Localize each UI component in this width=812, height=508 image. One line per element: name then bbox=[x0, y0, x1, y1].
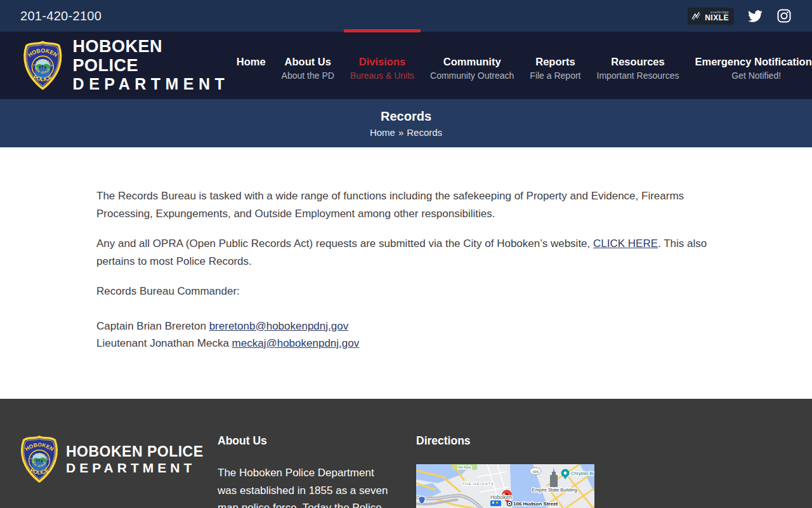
nav-sublabel: Important Resources bbox=[597, 69, 679, 82]
footer-brand[interactable]: HOBOKEN POLICE DEPARTMENT bbox=[18, 434, 218, 508]
footer-brand-line1: HOBOKEN POLICE bbox=[66, 443, 204, 460]
footer-directions-section: Directions bbox=[416, 434, 594, 508]
brand-text: HOBOKEN POLICE DEPARTMENT bbox=[73, 37, 230, 93]
nav-sublabel: Bureaus & Units bbox=[350, 69, 414, 82]
map-label-chrysler: Chrysler Buil bbox=[571, 471, 594, 476]
nav-label: Divisions bbox=[359, 55, 405, 69]
nav-label: Emergency Notifications bbox=[695, 55, 812, 69]
nav-label: Home bbox=[237, 55, 266, 69]
map-label-the-heights: THE HEIGHTS bbox=[462, 482, 494, 486]
footer-about-section: About Us The Hoboken Police Department w… bbox=[218, 434, 416, 508]
breadcrumb: Home » Records bbox=[370, 127, 442, 138]
twitter-icon[interactable] bbox=[748, 10, 763, 22]
main-content: The Records Bureau is tasked with a wide… bbox=[0, 147, 812, 399]
footer-brand-line2: DEPARTMENT bbox=[66, 460, 204, 476]
nav-sublabel: About the PD bbox=[282, 69, 334, 82]
map-route-shield: 495 bbox=[530, 468, 541, 475]
nixle-ridge-icon bbox=[691, 11, 702, 21]
nav-item-about-us[interactable]: About Us About the PD bbox=[275, 32, 341, 99]
phone-number-link[interactable]: 201-420-2100 bbox=[20, 9, 102, 23]
captain-name: Captain Brian Brereton bbox=[96, 320, 209, 332]
nav-item-resources[interactable]: Resources Important Resources bbox=[591, 32, 686, 99]
topbar-social-group: everbridge NIXLE bbox=[688, 8, 792, 25]
main-navbar: HOBOKEN POLICE DEPARTMENT Home About Us … bbox=[0, 32, 812, 99]
police-badge-icon bbox=[18, 434, 61, 484]
commander-contacts: Captain Brian Brereton breretonb@hoboken… bbox=[96, 318, 717, 352]
nixle-label: NIXLE bbox=[705, 14, 729, 22]
nav-label: Resources bbox=[611, 55, 664, 69]
nav-sublabel: File a Report bbox=[530, 69, 580, 82]
instagram-icon[interactable] bbox=[776, 8, 792, 23]
opra-text-before: Any and all OPRA (Open Public Records Ac… bbox=[96, 237, 593, 250]
address-dot-icon bbox=[507, 501, 511, 505]
map-transit-icons bbox=[490, 500, 501, 506]
breadcrumb-current: Records bbox=[407, 127, 442, 138]
topbar: 201-420-2100 everbridge NIXLE bbox=[0, 0, 812, 32]
nav-item-emergency-notifications[interactable]: Emergency Notifications Get Notified! bbox=[688, 32, 812, 99]
footer-directions-heading: Directions bbox=[416, 434, 594, 448]
commander-heading: Records Bureau Commander: bbox=[96, 283, 717, 300]
nixle-badge-link[interactable]: everbridge NIXLE bbox=[688, 8, 734, 25]
nav-label: Reports bbox=[535, 55, 575, 69]
map-label-park: Hill Park bbox=[458, 465, 471, 469]
brand-line2: DEPARTMENT bbox=[73, 75, 230, 93]
brand-line1: HOBOKEN POLICE bbox=[73, 37, 230, 75]
nav-item-home[interactable]: Home bbox=[230, 32, 272, 99]
footer: HOBOKEN POLICE DEPARTMENT About Us The H… bbox=[0, 399, 812, 508]
nav-sublabel: Get Notified! bbox=[731, 69, 781, 82]
nav-items: Home About Us About the PD Divisions Bur… bbox=[230, 32, 812, 99]
page-title: Records bbox=[381, 109, 431, 124]
captain-email-link[interactable]: breretonb@hobokenpdnj.gov bbox=[209, 320, 349, 332]
footer-brand-text: HOBOKEN POLICE DEPARTMENT bbox=[66, 443, 204, 476]
footer-about-text: The Hoboken Police Department was establ… bbox=[218, 464, 391, 508]
opra-paragraph: Any and all OPRA (Open Public Records Ac… bbox=[96, 235, 717, 270]
map-label-address: 106 Hudson Street bbox=[513, 501, 558, 507]
nav-label: Community bbox=[443, 55, 501, 69]
footer-about-heading: About Us bbox=[218, 434, 391, 448]
nav-item-divisions[interactable]: Divisions Bureaus & Units bbox=[344, 32, 421, 99]
page-banner: Records Home » Records bbox=[0, 99, 812, 147]
nav-sublabel: Community Outreach bbox=[430, 69, 514, 82]
map-label-empire-state: Empire State Building bbox=[532, 487, 577, 493]
map-label-hoboken: Hoboken bbox=[490, 494, 512, 500]
breadcrumb-home-link[interactable]: Home bbox=[370, 127, 395, 138]
google-map[interactable]: 495 bbox=[416, 464, 594, 508]
brand-logo-link[interactable]: HOBOKEN POLICE DEPARTMENT bbox=[20, 37, 230, 93]
svg-text:495: 495 bbox=[532, 470, 539, 474]
click-here-link[interactable]: CLICK HERE bbox=[593, 237, 658, 250]
nav-item-reports[interactable]: Reports File a Report bbox=[523, 32, 587, 99]
police-badge-icon bbox=[20, 39, 65, 91]
breadcrumb-separator: » bbox=[398, 127, 403, 138]
records-intro-paragraph: The Records Bureau is tasked with a wide… bbox=[96, 187, 717, 222]
lieutenant-name: Lieutenant Jonathan Mecka bbox=[96, 337, 232, 349]
nav-label: About Us bbox=[285, 55, 331, 69]
lieutenant-email-link[interactable]: meckaj@hobokenpdnj.gov bbox=[232, 337, 360, 349]
nav-item-community[interactable]: Community Community Outreach bbox=[424, 32, 520, 99]
